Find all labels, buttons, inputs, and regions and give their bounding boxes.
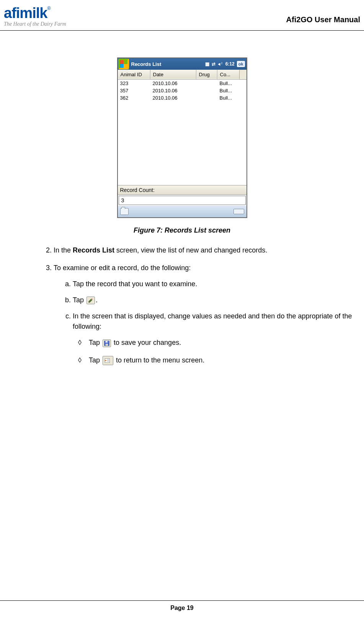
pda-titlebar: Records List ▦ ⇄ ◀ᛌ 6:12 ok <box>118 58 246 70</box>
logo-tagline: The Heart of the Dairy Farm <box>4 21 66 27</box>
cell-drug <box>196 87 217 94</box>
cell-animal-id: 323 <box>118 80 150 87</box>
page-number: Page 19 <box>170 605 193 611</box>
cell-drug <box>196 95 217 101</box>
step-3: To examine or edit a record, do the foll… <box>54 263 353 366</box>
clock-text: 6:12 <box>225 61 235 67</box>
logo-registered: ® <box>47 6 51 11</box>
records-list-bold: Records List <box>73 246 114 254</box>
screenshot-container: Records List ▦ ⇄ ◀ᛌ 6:12 ok Animal ID Da… <box>11 57 353 218</box>
pda-device: Records List ▦ ⇄ ◀ᛌ 6:12 ok Animal ID Da… <box>117 57 247 218</box>
table-row[interactable]: 323 2010.10.06 Bull... <box>118 80 246 87</box>
diamond-2: Tap to return to the menu screen. <box>89 355 353 366</box>
table-row[interactable]: 357 2010.10.06 Bull... <box>118 87 246 94</box>
numbered-list: In the Records List screen, view the lis… <box>11 245 353 366</box>
window-title: Records List <box>131 61 205 67</box>
step-3c: In the screen that is displayed, change … <box>73 311 353 366</box>
alpha-list: Tap the record that you want to examine.… <box>54 279 353 366</box>
status-icons: ▦ ⇄ ◀ᛌ 6:12 ok <box>205 61 246 67</box>
page-footer: Page 19 <box>0 600 364 612</box>
diamond-1: Tap to save your changes. <box>89 338 353 348</box>
step-3a: Tap the record that you want to examine. <box>73 279 353 290</box>
cell-date: 2010.10.06 <box>150 80 196 87</box>
document-title: Afi2GO User Manual <box>286 15 360 24</box>
column-header-co[interactable]: Co... <box>217 70 240 79</box>
page-header: afimilk® The Heart of the Dairy Farm Afi… <box>0 0 364 31</box>
cell-animal-id: 362 <box>118 95 150 101</box>
cell-co: Bull... <box>217 80 246 87</box>
record-count-label: Record Count: <box>118 185 246 195</box>
svg-rect-6 <box>107 361 109 361</box>
instructions: In the Records List screen, view the lis… <box>11 245 353 366</box>
folder-icon[interactable] <box>120 208 129 215</box>
column-header-drug[interactable]: Drug <box>196 70 217 79</box>
page-content: Records List ▦ ⇄ ◀ᛌ 6:12 ok Animal ID Da… <box>0 31 364 366</box>
cell-animal-id: 357 <box>118 87 150 94</box>
cell-date: 2010.10.06 <box>150 87 196 94</box>
figure-caption: Figure 7: Records List screen <box>11 226 353 234</box>
svg-rect-2 <box>106 343 108 345</box>
scrollbar-gutter <box>240 70 246 79</box>
cell-drug <box>196 80 217 87</box>
svg-rect-3 <box>107 341 108 342</box>
step-3b: Tap . <box>73 295 353 306</box>
ok-button[interactable]: ok <box>237 61 245 67</box>
volume-icon: ◀ᛌ <box>218 61 223 67</box>
logo-main: afimilk <box>4 5 47 21</box>
svg-rect-7 <box>107 361 109 362</box>
cell-co: Bull... <box>217 87 246 94</box>
edit-icon <box>87 297 95 304</box>
logo-block: afimilk® The Heart of the Dairy Farm <box>4 6 66 27</box>
table-header-row: Animal ID Date Drug Co... <box>118 70 246 80</box>
cell-date: 2010.10.06 <box>150 95 196 101</box>
step-2: In the Records List screen, view the lis… <box>54 245 353 256</box>
column-header-animal-id[interactable]: Animal ID <box>118 70 150 79</box>
diamond-list: Tap to save your changes. Tap to return … <box>73 338 353 366</box>
cell-co: Bull... <box>217 95 246 101</box>
svg-rect-5 <box>107 359 109 360</box>
record-count-value: 3 <box>119 196 246 205</box>
start-icon[interactable] <box>118 59 129 69</box>
menu-return-icon <box>103 356 113 365</box>
connectivity-icon: ⇄ <box>212 61 215 67</box>
table-body: 323 2010.10.06 Bull... 357 2010.10.06 Bu… <box>118 80 246 185</box>
keyboard-icon[interactable] <box>233 209 244 214</box>
logo-text: afimilk® <box>4 6 66 20</box>
column-header-date[interactable]: Date <box>150 70 196 79</box>
save-icon <box>103 339 111 347</box>
table-row[interactable]: 362 2010.10.06 Bull... <box>118 94 246 102</box>
battery-icon: ▦ <box>205 61 209 67</box>
pda-bottombar <box>118 206 246 217</box>
